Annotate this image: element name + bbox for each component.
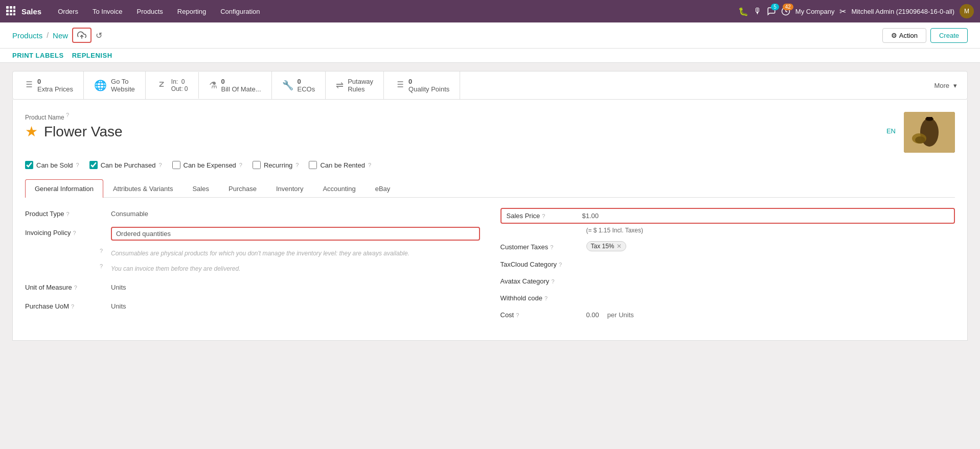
unit-of-measure-value[interactable]: Units (111, 281, 126, 293)
info-help-2[interactable]: ? (100, 263, 103, 269)
replenish-link[interactable]: Replenish (72, 52, 112, 59)
can-be-expensed-checkbox[interactable]: Can be Expensed ? (172, 161, 242, 169)
invoicing-policy-value[interactable]: Ordered quantities (111, 227, 480, 241)
can-be-rented-checkbox[interactable]: Can be Rented ? (309, 161, 371, 169)
can-be-sold-label: Can be Sold (36, 161, 73, 169)
purchase-uom-label: Purchase UoM ? (25, 300, 107, 310)
messages-icon[interactable]: 5 (767, 7, 776, 16)
nav-products[interactable]: Products (130, 5, 169, 18)
extra-prices-label: Extra Prices (37, 85, 73, 93)
nav-configuration[interactable]: Configuration (214, 5, 266, 18)
smart-buttons-bar: 0 Extra Prices 🌐 Go To Website In: 0 Out… (12, 71, 968, 100)
go-to-website-button[interactable]: 🌐 Go To Website (84, 72, 146, 99)
tab-attributes-variants[interactable]: Attributes & Variants (103, 179, 183, 198)
tax-remove-icon[interactable]: ✕ (617, 243, 622, 250)
putaway-rules-button[interactable]: ⇌ Putaway Rules (326, 72, 384, 99)
purchase-uom-help[interactable]: ? (71, 303, 74, 310)
breadcrumb-products[interactable]: Products (12, 31, 42, 40)
product-type-row: Product Type ? Consumable (25, 208, 480, 220)
top-navigation: Sales Orders To Invoice Products Reporti… (0, 0, 980, 22)
sales-price-value[interactable]: $1.00 (582, 212, 599, 220)
extra-prices-count: 0 (37, 78, 73, 85)
print-labels-link[interactable]: Print Labels (12, 52, 64, 59)
shuffle-icon: ⇌ (336, 80, 344, 91)
activity-icon[interactable]: 42 (781, 7, 790, 16)
voice-icon[interactable]: 🎙 (754, 7, 762, 16)
can-be-sold-help[interactable]: ? (76, 162, 79, 168)
language-badge[interactable]: EN (886, 127, 896, 135)
withhold-help[interactable]: ? (544, 295, 548, 301)
quality-label: Quality Points (408, 85, 449, 93)
invoicing-policy-help[interactable]: ? (73, 230, 76, 236)
wrench-icon: 🔧 (282, 80, 293, 91)
can-be-purchased-input[interactable] (89, 161, 98, 169)
debug-icon[interactable]: 🐛 (738, 7, 748, 16)
bill-of-materials-button[interactable]: ⚗ 0 Bill Of Mate... (199, 72, 272, 99)
cost-value[interactable]: 0.00 (586, 309, 599, 321)
sales-price-help[interactable]: ? (542, 213, 545, 219)
avatax-row: Avatax Category ? (500, 275, 955, 285)
customer-taxes-label: Customer Taxes ? (500, 241, 582, 251)
more-button[interactable]: More ▾ (924, 76, 967, 96)
can-be-expensed-input[interactable] (172, 161, 180, 169)
svg-rect-1 (10, 6, 12, 9)
refresh-button[interactable]: ↺ (96, 31, 102, 40)
can-be-expensed-help[interactable]: ? (239, 162, 242, 168)
apps-icon[interactable] (6, 6, 15, 17)
nav-orders[interactable]: Orders (52, 5, 84, 18)
tax-badge[interactable]: Tax 15% ✕ (586, 241, 626, 251)
recurring-input[interactable] (253, 161, 261, 169)
extra-prices-button[interactable]: 0 Extra Prices (13, 72, 84, 99)
unit-of-measure-label: Unit of Measure ? (25, 281, 107, 291)
taxcloud-help[interactable]: ? (559, 262, 562, 268)
recurring-checkbox[interactable]: Recurring ? (253, 161, 299, 169)
ecos-button[interactable]: 🔧 0 ECOs (272, 72, 326, 99)
user-name: Mitchell Admin (21909648-16-0-all) (851, 8, 954, 15)
tab-accounting[interactable]: Accounting (313, 179, 365, 198)
main-content: 0 Extra Prices 🌐 Go To Website In: 0 Out… (0, 63, 980, 349)
upload-button[interactable] (72, 28, 92, 43)
avatax-label: Avatax Category ? (500, 275, 582, 285)
activity-badge: 42 (783, 4, 793, 10)
can-be-purchased-checkbox[interactable]: Can be Purchased ? (89, 161, 162, 169)
product-name-value[interactable]: Flower Vase (44, 124, 123, 140)
nav-to-invoice[interactable]: To Invoice (86, 5, 129, 18)
product-type-help[interactable]: ? (66, 211, 69, 217)
tab-sales[interactable]: Sales (183, 179, 219, 198)
unit-of-measure-help[interactable]: ? (74, 285, 77, 291)
create-button[interactable]: Create (930, 28, 968, 43)
action-button[interactable]: ⚙ Action (882, 28, 926, 43)
sales-price-row: Sales Price ? $1.00 (500, 208, 955, 224)
customer-taxes-help[interactable]: ? (550, 244, 553, 250)
can-be-purchased-help[interactable]: ? (158, 162, 162, 168)
breadcrumb-current: New (53, 31, 68, 40)
more-label: More (934, 82, 949, 89)
avatax-help[interactable]: ? (551, 278, 554, 285)
bom-label: Bill Of Mate... (221, 85, 261, 93)
bom-count: 0 (221, 78, 261, 85)
tab-inventory[interactable]: Inventory (266, 179, 313, 198)
cost-help[interactable]: ? (516, 312, 519, 318)
invoicing-policy-label: Invoicing Policy ? (25, 227, 107, 237)
recurring-help[interactable]: ? (295, 162, 299, 168)
can-be-sold-input[interactable] (25, 161, 33, 169)
product-name-help[interactable]: ? (66, 112, 69, 118)
can-be-sold-checkbox[interactable]: Can be Sold ? (25, 161, 79, 169)
favorite-star-icon[interactable]: ★ (25, 123, 38, 140)
product-image[interactable] (904, 112, 955, 153)
info-row1: ? Consumables are physical products for … (25, 248, 480, 259)
putaway-label1: Putaway (348, 78, 373, 85)
tab-ebay[interactable]: eBay (366, 179, 400, 198)
breadcrumb-separator: / (47, 31, 49, 39)
tab-general-information[interactable]: General Information (25, 179, 103, 198)
user-avatar[interactable]: M (960, 4, 974, 18)
info-help-1[interactable]: ? (100, 248, 103, 254)
nav-reporting[interactable]: Reporting (171, 5, 212, 18)
tab-purchase[interactable]: Purchase (219, 179, 266, 198)
can-be-rented-input[interactable] (309, 161, 317, 169)
can-be-rented-help[interactable]: ? (368, 162, 371, 168)
product-type-value[interactable]: Consumable (111, 208, 148, 220)
stock-button[interactable]: In: 0 Out: 0 (146, 72, 199, 99)
purchase-uom-value[interactable]: Units (111, 300, 126, 312)
quality-points-button[interactable]: 0 Quality Points (384, 72, 460, 99)
